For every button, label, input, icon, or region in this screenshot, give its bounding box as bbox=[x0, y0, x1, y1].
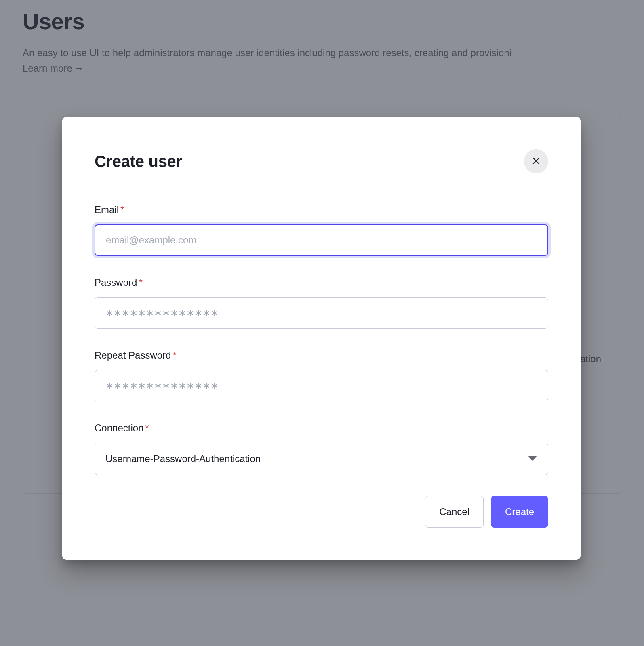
modal-footer: Cancel Create bbox=[95, 496, 548, 528]
email-label: Email* bbox=[95, 204, 548, 215]
connection-select[interactable]: Username-Password-Authentication bbox=[95, 443, 548, 475]
required-marker: * bbox=[173, 350, 176, 361]
email-field-group: Email* bbox=[95, 204, 548, 256]
password-input[interactable] bbox=[95, 297, 548, 329]
connection-selected-value: Username-Password-Authentication bbox=[105, 453, 261, 464]
modal-header: Create user bbox=[95, 149, 548, 173]
connection-label: Connection* bbox=[95, 422, 548, 434]
password-field-group: Password* bbox=[95, 277, 548, 329]
repeat-password-label-text: Repeat Password bbox=[95, 350, 171, 361]
create-user-modal: Create user Email* Password* Repeat Pass… bbox=[62, 117, 581, 560]
connection-select-wrap: Username-Password-Authentication bbox=[95, 443, 548, 475]
email-input[interactable] bbox=[95, 224, 548, 256]
repeat-password-field-group: Repeat Password* bbox=[95, 350, 548, 401]
repeat-password-input[interactable] bbox=[95, 370, 548, 401]
required-marker: * bbox=[145, 422, 149, 433]
connection-label-text: Connection bbox=[95, 422, 143, 433]
repeat-password-label: Repeat Password* bbox=[95, 350, 548, 361]
required-marker: * bbox=[139, 277, 142, 288]
close-icon bbox=[532, 156, 541, 167]
connection-field-group: Connection* Username-Password-Authentica… bbox=[95, 422, 548, 475]
modal-title: Create user bbox=[95, 152, 182, 171]
cancel-button[interactable]: Cancel bbox=[425, 496, 484, 528]
required-marker: * bbox=[120, 204, 124, 215]
password-label: Password* bbox=[95, 277, 548, 288]
email-label-text: Email bbox=[95, 204, 119, 215]
create-button[interactable]: Create bbox=[491, 496, 548, 528]
password-label-text: Password bbox=[95, 277, 137, 288]
close-button[interactable] bbox=[524, 149, 548, 173]
